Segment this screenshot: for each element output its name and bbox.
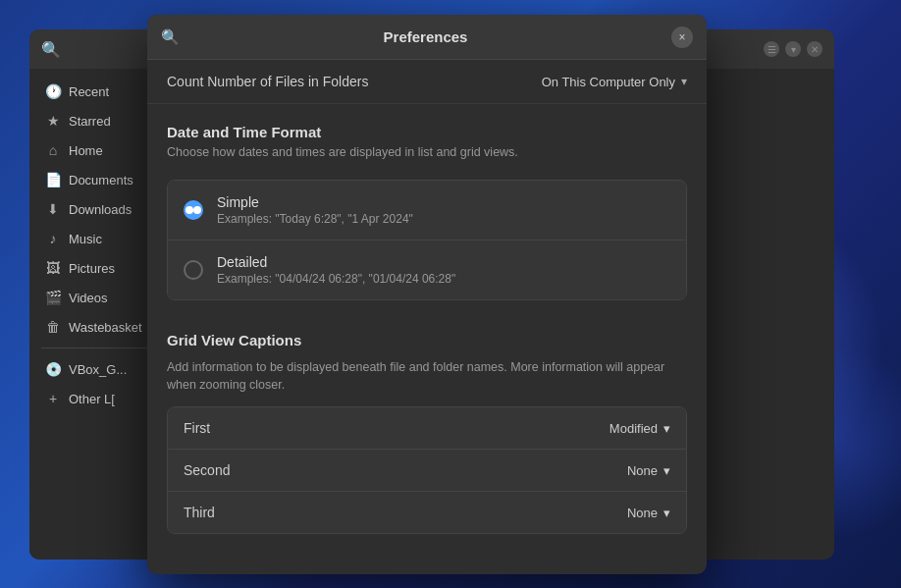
caption-dropdown-third[interactable]: None ▾ (627, 506, 670, 520)
radio-circle-simple (184, 200, 203, 220)
caption-arrow-third-icon: ▾ (663, 506, 670, 520)
fm-down-button[interactable]: ▾ (785, 41, 801, 57)
preferences-titlebar: 🔍 Preferences × (147, 15, 707, 60)
radio-example-detailed: Examples: "04/04/24 06:28", "01/04/24 06… (217, 272, 670, 286)
radio-text-detailed: Detailed Examples: "04/04/24 06:28", "01… (217, 254, 670, 286)
videos-icon: 🎬 (45, 290, 61, 305)
caption-arrow-second-icon: ▾ (663, 463, 670, 478)
radio-circle-detailed (184, 260, 203, 280)
sidebar-label-downloads: Downloads (69, 202, 132, 217)
grid-captions-section-header: Grid View Captions (147, 312, 707, 358)
date-time-section-header: Date and Time Format Choose how dates an… (147, 104, 707, 168)
caption-dropdown-second[interactable]: None ▾ (627, 463, 670, 478)
sidebar-label-recent: Recent (69, 84, 109, 99)
date-time-title: Date and Time Format (167, 124, 687, 140)
downloads-icon: ⬇ (45, 201, 61, 217)
sidebar-label-videos: Videos (69, 291, 108, 305)
sidebar-label-home: Home (69, 143, 103, 158)
vbox-icon: 💿 (45, 361, 61, 377)
count-files-label: Count Number of Files in Folders (167, 74, 368, 89)
caption-row-third[interactable]: Third None ▾ (168, 491, 686, 533)
radio-option-simple[interactable]: Simple Examples: "Today 6:28", "1 Apr 20… (168, 181, 686, 240)
pictures-icon: 🖼 (45, 260, 61, 276)
preferences-dialog: 🔍 Preferences × Count Number of Files in… (147, 15, 707, 574)
radio-label-simple: Simple (217, 194, 670, 210)
documents-icon: 📄 (45, 172, 61, 187)
starred-icon: ★ (45, 113, 61, 129)
sidebar-label-documents: Documents (69, 173, 133, 187)
caption-label-third: Third (184, 505, 215, 520)
recent-icon: 🕐 (45, 83, 61, 99)
sidebar-label-pictures: Pictures (69, 261, 115, 276)
count-files-dropdown[interactable]: On This Computer Only ▾ (542, 75, 687, 89)
other-icon: + (45, 391, 61, 406)
radio-text-simple: Simple Examples: "Today 6:28", "1 Apr 20… (217, 194, 670, 226)
grid-captions-title: Grid View Captions (167, 332, 687, 348)
count-files-row: Count Number of Files in Folders On This… (147, 60, 707, 104)
caption-row-second[interactable]: Second None ▾ (168, 449, 686, 491)
caption-label-first: First (184, 420, 210, 436)
radio-label-detailed: Detailed (217, 254, 670, 270)
preferences-close-button[interactable]: × (671, 27, 693, 48)
caption-value-first: Modified (610, 421, 658, 436)
sidebar-label-other: Other L[ (69, 392, 115, 406)
music-icon: ♪ (45, 231, 61, 246)
radio-dot-simple (186, 206, 193, 214)
caption-arrow-first-icon: ▾ (663, 421, 670, 436)
date-time-description: Choose how dates and times are displayed… (167, 144, 687, 162)
radio-example-simple: Examples: "Today 6:28", "1 Apr 2024" (217, 212, 670, 226)
sidebar-label-music: Music (69, 232, 102, 246)
preferences-content: Count Number of Files in Folders On This… (147, 60, 707, 574)
wastebasket-icon: 🗑 (45, 319, 61, 335)
sidebar-label-vbox: VBox_G... (69, 362, 127, 377)
preferences-search-icon[interactable]: 🔍 (161, 28, 180, 46)
date-time-radio-group: Simple Examples: "Today 6:28", "1 Apr 20… (167, 180, 687, 300)
preferences-title: Preferences (180, 28, 671, 45)
sidebar-label-wastebasket: Wastebasket (69, 320, 142, 335)
sidebar-label-starred: Starred (69, 114, 111, 129)
fm-window-controls: ☰ ▾ ✕ (764, 41, 822, 57)
count-files-arrow-icon: ▾ (681, 75, 687, 88)
caption-value-third: None (627, 506, 658, 520)
caption-label-second: Second (184, 462, 230, 478)
home-icon: ⌂ (45, 142, 61, 158)
caption-dropdown-first[interactable]: Modified ▾ (610, 421, 670, 436)
fm-menu-button[interactable]: ☰ (764, 41, 779, 57)
caption-value-second: None (627, 463, 658, 478)
fm-close-button[interactable]: ✕ (807, 41, 822, 57)
count-files-value: On This Computer Only (542, 75, 675, 89)
radio-option-detailed[interactable]: Detailed Examples: "04/04/24 06:28", "01… (168, 240, 686, 299)
caption-row-first[interactable]: First Modified ▾ (168, 407, 686, 449)
caption-rows-container: First Modified ▾ Second None ▾ Third Non… (167, 406, 687, 534)
grid-captions-description: Add information to be displayed beneath … (147, 358, 707, 407)
